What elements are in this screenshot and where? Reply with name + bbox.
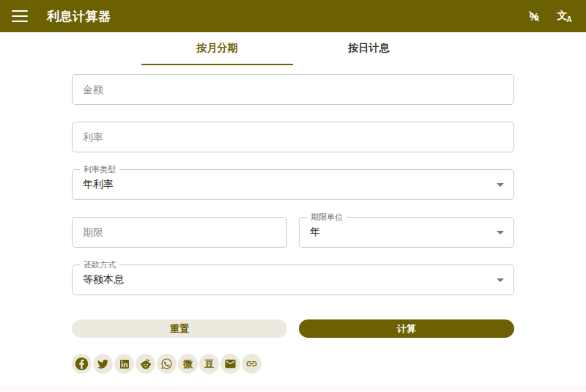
repayment-method-select[interactable]: 还款方式 等额本息	[72, 265, 514, 295]
term-unit-value: 年	[310, 226, 320, 239]
page-title: 利息计算器	[47, 8, 111, 25]
calculator-form: 利率类型 年利率 期限单位 年 还款方式 等额本息 重置 计算	[72, 74, 514, 374]
percent-off-icon[interactable]: %	[524, 7, 544, 26]
tab-monthly-installment[interactable]: 按月分期	[141, 32, 293, 65]
calculate-button[interactable]: 计算	[299, 319, 514, 338]
repayment-method-value: 等额本息	[83, 273, 124, 286]
reddit-icon[interactable]	[136, 354, 155, 374]
term-row: 期限单位 年	[72, 217, 514, 265]
facebook-icon[interactable]	[72, 354, 92, 374]
chevron-down-icon	[497, 231, 504, 234]
term-unit-select[interactable]: 期限单位 年	[299, 217, 514, 248]
menu-icon[interactable]	[12, 10, 28, 22]
twitter-icon[interactable]	[93, 354, 113, 374]
reset-button[interactable]: 重置	[72, 319, 287, 338]
email-icon[interactable]	[220, 354, 240, 374]
weibo-icon[interactable]: 微	[178, 354, 198, 374]
appbar-actions: % 文 A	[524, 7, 574, 26]
amount-input[interactable]	[72, 74, 514, 105]
chevron-down-icon	[497, 278, 504, 282]
whatsapp-icon[interactable]	[157, 354, 177, 374]
rate-type-label: 利率类型	[80, 165, 119, 174]
tab-bar: 按月分期 按日计息	[0, 32, 586, 65]
tab-daily-interest[interactable]: 按日计息	[293, 32, 445, 65]
rate-input[interactable]	[72, 122, 514, 152]
app-bar: 利息计算器 % 文 A	[0, 0, 586, 32]
douban-icon[interactable]: 豆	[199, 354, 219, 374]
social-share-row: 微 豆	[72, 354, 514, 374]
rate-type-value: 年利率	[83, 178, 114, 191]
action-buttons: 重置 计算	[72, 319, 514, 338]
linkedin-icon[interactable]	[114, 354, 134, 374]
rate-type-select[interactable]: 利率类型 年利率	[72, 169, 514, 200]
translate-icon[interactable]: 文 A	[555, 7, 574, 26]
chevron-down-icon	[497, 183, 504, 187]
repayment-method-label: 还款方式	[80, 260, 119, 269]
term-unit-label: 期限单位	[307, 212, 346, 221]
bottom-strip	[0, 386, 586, 392]
term-input[interactable]	[72, 217, 287, 248]
link-icon[interactable]	[242, 354, 262, 374]
